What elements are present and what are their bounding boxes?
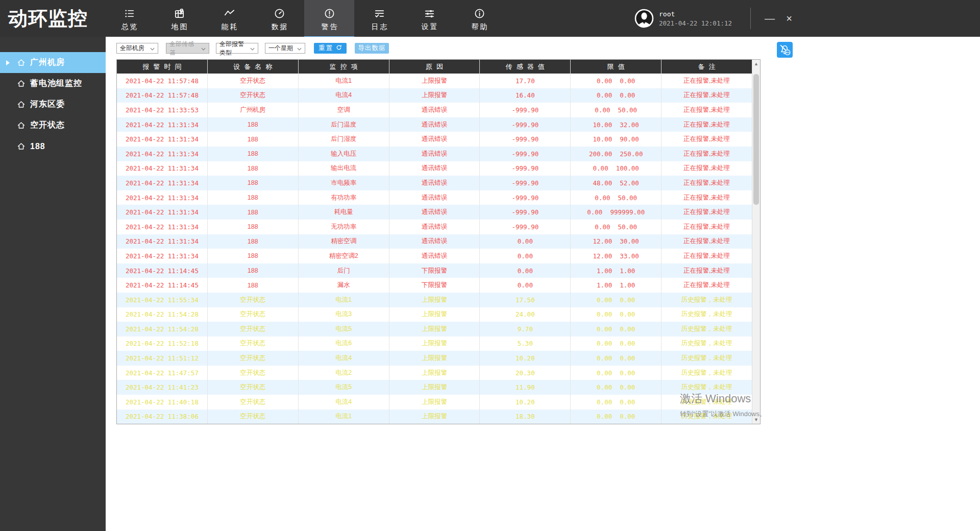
alarm-row[interactable]: 2021-04-22 11:14:45188漏水下限报警0.001.00 1.0… <box>117 278 752 293</box>
tab-settings[interactable]: 设置 <box>404 0 454 37</box>
cell-note: 历史报警，未处理 <box>661 293 752 307</box>
tab-label: 能耗 <box>220 22 239 32</box>
list-icon <box>124 8 135 19</box>
alarm-row[interactable]: 2021-04-22 11:31:34188后门温度通讯错误-999.9010.… <box>117 117 752 132</box>
alarm-row[interactable]: 2021-04-22 11:31:34188耗电量通讯错误-999.900.00… <box>117 205 752 220</box>
scroll-up-arrow-icon[interactable]: ▲ <box>752 60 760 68</box>
current-datetime: 2021-04-22 12:01:12 <box>659 19 732 27</box>
cell-value: 24.00 <box>479 307 570 322</box>
cell-item: 电流1 <box>298 74 389 88</box>
alarm-row[interactable]: 2021-04-22 11:55:34空开状态电流1上限报警17.500.00 … <box>117 293 752 307</box>
cell-device: 188 <box>207 278 298 293</box>
reset-button[interactable]: 重置 <box>314 43 347 54</box>
app-title: 动环监控 <box>0 0 104 37</box>
scroll-down-arrow-icon[interactable]: ▼ <box>752 416 760 424</box>
mute-all-alarms-button[interactable]: ALL <box>777 42 793 58</box>
cell-note: 正在报警,未处理 <box>661 220 752 234</box>
alarm-row[interactable]: 2021-04-22 11:38:06空开状态电流1上限报警18.300.00 … <box>117 409 752 424</box>
cell-time: 2021-04-22 11:38:06 <box>117 409 207 424</box>
alarm-row[interactable]: 2021-04-22 11:54:28空开状态电流3上限报警24.000.00 … <box>117 307 752 322</box>
alarm-row[interactable]: 2021-04-22 11:51:12空开状态电流4上限报警10.200.00 … <box>117 351 752 366</box>
tab-alarm[interactable]: 警告 <box>304 0 354 37</box>
alarm-row[interactable]: 2021-04-22 11:41:23空开状态电流5上限报警11.900.00 … <box>117 380 752 395</box>
tab-overview[interactable]: 总览 <box>104 0 154 37</box>
map-icon <box>174 8 185 19</box>
alarm-row[interactable]: 2021-04-22 11:14:45188后门下限报警0.001.00 1.0… <box>117 263 752 278</box>
alarm-row[interactable]: 2021-04-22 11:54:28空开状态电流5上限报警9.700.00 0… <box>117 322 752 336</box>
cell-value: 0.00 <box>479 249 570 263</box>
cell-note: 正在报警,未处理 <box>661 278 752 293</box>
alarm-row[interactable]: 2021-04-22 11:57:48空开状态电流4上限报警16.400.00 … <box>117 88 752 103</box>
filter-select-type[interactable]: 全部报警类型 <box>216 43 258 54</box>
cell-limit: 0.00 0.00 <box>570 293 661 307</box>
sidebar-item-guangzhou[interactable]: 广州机房 <box>0 52 106 73</box>
tab-help[interactable]: 帮助 <box>454 0 504 37</box>
alarm-row[interactable]: 2021-04-22 11:47:57空开状态电流2上限报警20.300.00 … <box>117 366 752 380</box>
cell-note: 正在报警,未处理 <box>661 263 752 278</box>
cell-device: 广州机房 <box>207 103 298 117</box>
sidebar-item-hedong[interactable]: 河东区委 <box>0 94 106 115</box>
cell-item: 输出电流 <box>298 161 389 176</box>
cell-note: 正在报警,未处理 <box>661 249 752 263</box>
cell-item: 电流1 <box>298 293 389 307</box>
alarm-row[interactable]: 2021-04-22 11:57:48空开状态电流1上限报警17.700.00 … <box>117 74 752 88</box>
filter-select-room[interactable]: 全部机房 <box>116 43 158 54</box>
cell-note: 历史报警，未处理 <box>661 307 752 322</box>
alarm-table-body: 2021-04-22 11:57:48空开状态电流1上限报警17.700.00 … <box>117 74 752 424</box>
cell-time: 2021-04-22 11:40:18 <box>117 395 207 409</box>
cell-device: 188 <box>207 176 298 190</box>
alarm-row[interactable]: 2021-04-22 11:33:53广州机房空调通讯错误-999.900.00… <box>117 103 752 117</box>
filter-select-range[interactable]: 一个星期 <box>265 43 305 54</box>
cell-note: 历史报警，未处理 <box>661 351 752 366</box>
tab-data[interactable]: 数据 <box>254 0 304 37</box>
cell-note: 历史报警，未处理 <box>661 395 752 409</box>
cell-note: 正在报警,未处理 <box>661 117 752 132</box>
alarm-row[interactable]: 2021-04-22 11:31:34188精密空调通讯错误0.0012.00 … <box>117 234 752 249</box>
cell-note: 正在报警,未处理 <box>661 205 752 220</box>
alarm-table: 报警时间设备名称监控项原因传感器值限值备注 2021-04-22 11:57:4… <box>116 59 761 424</box>
cell-value: -999.90 <box>479 103 570 117</box>
export-data-button[interactable]: 导出数据 <box>355 43 389 54</box>
cell-value: -999.90 <box>479 190 570 205</box>
alarm-row[interactable]: 2021-04-22 11:31:34188输入电压通讯错误-999.90200… <box>117 147 752 161</box>
alarm-page: 全部机房全部传感器全部报警类型一个星期重置导出数据 ALL 报警时间设备名称监控… <box>106 37 980 531</box>
cell-reason: 上限报警 <box>389 293 480 307</box>
cell-device: 188 <box>207 205 298 220</box>
home-icon <box>17 58 30 67</box>
cell-device: 空开状态 <box>207 88 298 103</box>
column-header: 限值 <box>570 60 661 74</box>
cell-time: 2021-04-22 11:54:28 <box>117 307 207 322</box>
sliders-icon <box>424 8 435 19</box>
close-button[interactable]: × <box>779 0 799 37</box>
cell-item: 输入电压 <box>298 147 389 161</box>
cell-device: 空开状态 <box>207 74 298 88</box>
column-header: 备注 <box>661 60 752 74</box>
alarm-row[interactable]: 2021-04-22 11:31:34188市电频率通讯错误-999.9048.… <box>117 176 752 190</box>
tab-logs[interactable]: 日志 <box>354 0 404 37</box>
scrollbar-thumb[interactable] <box>753 74 759 205</box>
cell-limit: 0.00 50.00 <box>570 103 661 117</box>
cell-reason: 通讯错误 <box>389 220 480 234</box>
user-avatar-icon[interactable] <box>634 9 654 28</box>
cell-note: 正在报警,未处理 <box>661 88 752 103</box>
alarm-row[interactable]: 2021-04-22 11:31:34188输出电流通讯错误-999.900.0… <box>117 161 752 176</box>
tab-map[interactable]: 地图 <box>154 0 204 37</box>
cell-limit: 0.00 0.00 <box>570 366 661 380</box>
alarm-row[interactable]: 2021-04-22 11:31:34188有功功率通讯错误-999.900.0… <box>117 190 752 205</box>
tab-energy[interactable]: 能耗 <box>204 0 254 37</box>
alarm-row[interactable]: 2021-04-22 11:31:34188无功功率通讯错误-999.900.0… <box>117 220 752 234</box>
sidebar-item-room188[interactable]: 188 <box>0 136 106 157</box>
minimize-button[interactable]: — <box>760 0 779 37</box>
cell-device: 188 <box>207 147 298 161</box>
alarm-row[interactable]: 2021-04-22 11:40:18空开状态电流4上限报警10.200.00 … <box>117 395 752 409</box>
alarm-row[interactable]: 2021-04-22 11:52:18空开状态电流6上限报警5.300.00 0… <box>117 336 752 351</box>
alarm-row[interactable]: 2021-04-22 11:31:34188精密空调2通讯错误0.0012.00… <box>117 249 752 263</box>
home-icon <box>17 121 30 130</box>
cell-item: 后门温度 <box>298 117 389 132</box>
chevron-down-icon <box>295 45 302 52</box>
cell-reason: 通讯错误 <box>389 147 480 161</box>
sidebar-item-breaker[interactable]: 空开状态 <box>0 115 106 136</box>
sidebar-item-battery[interactable]: 蓄电池组监控 <box>0 73 106 94</box>
alarm-row[interactable]: 2021-04-22 11:31:34188后门湿度通讯错误-999.9010.… <box>117 132 752 147</box>
table-scrollbar[interactable]: ▲ ▼ <box>752 60 760 424</box>
